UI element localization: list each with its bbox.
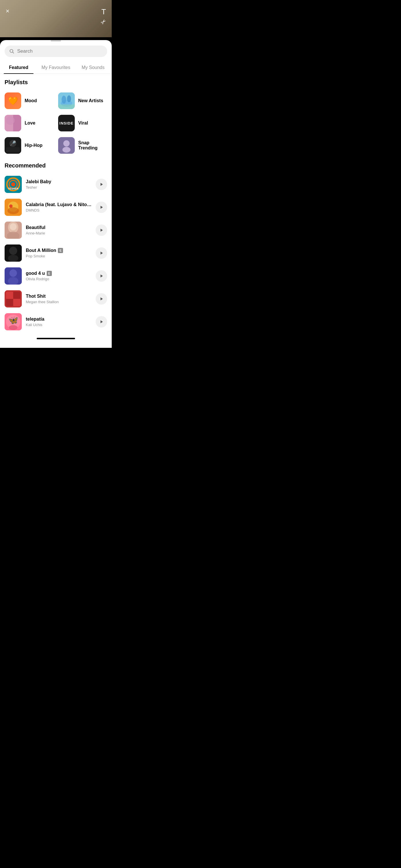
track-thumb-jalebi: TESHER [5,176,22,193]
play-button-telepatia[interactable] [96,316,107,328]
tab-bar: Featured My Favourites My Sounds [0,62,112,74]
svg-text:🦋: 🦋 [8,315,18,325]
track-thumb-bout [5,245,22,262]
track-item-thot[interactable]: Thot Shit Megan thee Stallion [0,287,112,310]
svg-line-1 [12,52,14,53]
tab-sounds[interactable]: My Sounds [75,62,112,73]
explicit-badge-good4u: E [47,271,52,276]
playlist-label-new-artists: New Artists [78,98,103,103]
track-item-beautiful[interactable]: Beautiful Anne-Marie [0,219,112,242]
playlist-label-mood: Mood [25,98,37,103]
svg-rect-6 [58,104,75,109]
track-artist-bout: Pop Smoke [26,254,92,258]
playlist-label-love: Love [25,121,35,126]
playlist-label-hiphop: Hip-Hop [25,143,42,148]
playlist-item-viral[interactable]: INSIDE Viral [56,112,109,134]
playlist-thumb-mood: 🧡 [5,92,21,109]
playlist-thumb-new-artists [58,92,75,109]
track-info-jalebi: Jalebi Baby Tesher [26,179,92,189]
svg-text:TESHER: TESHER [8,187,19,190]
playlist-item-mood[interactable]: 🧡 Mood [2,90,56,112]
svg-rect-43 [13,292,20,299]
explicit-badge-bout: E [58,248,63,253]
play-button-bout[interactable] [96,247,107,259]
track-item-jalebi[interactable]: TESHER Jalebi Baby Tesher [0,173,112,196]
track-info-bout: Bout A Million E Pop Smoke [26,248,92,258]
track-item-bout[interactable]: Bout A Million E Pop Smoke [0,242,112,265]
track-info-good4u: good 4 u E Olivia Rodrigo [26,271,92,281]
search-icon [9,49,14,54]
track-info-thot: Thot Shit Megan thee Stallion [26,294,92,304]
playlist-grid: 🧡 Mood New Artists [2,90,109,157]
track-title-beautiful: Beautiful [26,225,45,230]
track-artist-jalebi: Tesher [26,185,92,189]
track-title-thot: Thot Shit [26,294,46,299]
track-artist-beautiful: Anne-Marie [26,231,92,235]
playlist-item-love[interactable]: Love [2,112,56,134]
play-button-calabria[interactable] [96,202,107,213]
play-button-good4u[interactable] [96,270,107,282]
svg-point-5 [67,95,71,102]
track-title-calabria: Calabria (feat. Lujavo & Nito-Onna) [26,202,92,207]
svg-point-35 [8,255,18,262]
svg-point-25 [7,207,19,214]
svg-marker-36 [101,252,103,255]
svg-marker-22 [101,183,103,186]
svg-marker-40 [101,275,103,278]
svg-point-38 [9,269,17,277]
playlist-item-snap-trending[interactable]: Snap Trending [56,134,109,157]
track-thumb-calabria [5,199,22,216]
play-button-jalebi[interactable] [96,179,107,190]
track-artist-calabria: DMNDS [26,208,92,212]
playlist-thumb-love [5,115,21,131]
track-info-calabria: Calabria (feat. Lujavo & Nito-Onna) DMND… [26,202,92,212]
track-thumb-telepatia: 🦋 [5,313,22,330]
search-bar[interactable] [5,45,107,57]
play-button-thot[interactable] [96,293,107,305]
clip-icon[interactable]: ✂ [99,18,107,26]
playlist-thumb-viral: INSIDE [58,115,75,131]
svg-rect-13 [6,147,20,152]
playlist-item-new-artists[interactable]: New Artists [56,90,109,112]
track-title-good4u: good 4 u [26,271,45,276]
track-thumb-good4u [5,268,22,285]
svg-point-31 [10,223,17,230]
svg-point-15 [63,140,69,147]
track-thumb-thot [5,290,22,307]
recommended-title: Recommended [5,162,107,169]
track-info-telepatia: telepatía Kali Uchis [26,317,92,327]
track-artist-telepatia: Kali Uchis [26,323,92,327]
playlist-thumb-snap-trending [58,137,75,154]
svg-point-26 [9,205,12,208]
tab-featured[interactable]: Featured [0,62,37,73]
svg-rect-42 [6,292,13,299]
svg-point-20 [11,182,15,186]
playlist-item-hiphop[interactable]: 🎤 Hip-Hop [2,134,56,157]
svg-marker-51 [101,320,103,323]
home-indicator [37,338,75,339]
drag-handle[interactable] [51,40,61,41]
svg-point-9 [6,116,15,125]
tab-favourites[interactable]: My Favourites [37,62,75,73]
bottom-sheet: Featured My Favourites My Sounds Playlis… [0,40,112,348]
svg-rect-44 [6,299,13,306]
svg-marker-46 [101,298,103,301]
track-title-telepatia: telepatía [26,317,45,322]
track-artist-thot: Megan thee Stallion [26,300,92,304]
text-icon[interactable]: T [102,8,106,16]
svg-text:🎤: 🎤 [10,140,16,147]
track-thumb-beautiful [5,222,22,239]
svg-rect-45 [13,299,20,306]
track-item-good4u[interactable]: good 4 u E Olivia Rodrigo [0,265,112,287]
top-bar: × T ✂ [0,0,112,37]
play-button-beautiful[interactable] [96,224,107,236]
track-title-bout: Bout A Million [26,248,56,253]
track-item-calabria[interactable]: Calabria (feat. Lujavo & Nito-Onna) DMND… [0,196,112,219]
search-input[interactable] [17,49,103,54]
svg-point-34 [9,247,17,255]
playlist-thumb-hiphop: 🎤 [5,137,21,154]
svg-point-16 [62,147,70,153]
recommended-section: Recommended TESHER Jalebi Baby Tesher [0,162,112,333]
track-item-telepatia[interactable]: 🦋 telepatía Kali Uchis [0,310,112,333]
close-icon[interactable]: × [6,8,9,14]
